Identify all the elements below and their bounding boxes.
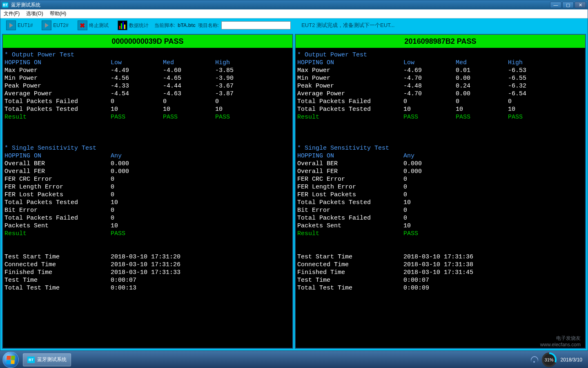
stop-test-button[interactable]: ✖ 终止测试: [74, 20, 112, 31]
system-tray: 31% 2018/3/10: [530, 352, 586, 367]
battery-percent: 31%: [545, 357, 554, 362]
terminal-left[interactable]: * Output Power TestHOPPING ONLowMedHighM…: [3, 48, 292, 348]
pass-banner-right: 2016098987B2 PASS: [296, 35, 585, 48]
menu-file[interactable]: 文件(F): [4, 10, 20, 17]
project-name-input[interactable]: [221, 21, 291, 29]
windows-logo-icon: [6, 356, 15, 364]
eut1-label: EUT1#: [18, 22, 33, 28]
pane-left: 00000000039D PASS * Output Power TestHOP…: [2, 34, 293, 349]
taskbar-app-label: 蓝牙测试系统: [37, 356, 67, 363]
eut2-label: EUT2#: [53, 22, 68, 28]
wifi-icon[interactable]: [530, 357, 538, 363]
menu-options[interactable]: 选项(O): [26, 10, 43, 17]
project-name-label: 项目名称:: [198, 22, 219, 29]
taskbar-date[interactable]: 2018/3/10: [561, 357, 582, 363]
start-button[interactable]: [2, 352, 19, 368]
current-script-label: 当前脚本:: [154, 22, 175, 29]
eut1-button[interactable]: EUT1#: [3, 20, 36, 31]
taskbar-app-item[interactable]: BT 蓝牙测试系统: [23, 353, 71, 366]
app-icon: BT: [2, 2, 9, 8]
stop-icon: ✖: [78, 20, 87, 30]
stop-test-label: 终止测试: [89, 22, 109, 29]
stats-label: 数据统计: [129, 22, 149, 29]
toolbar: EUT1# EUT2# ✖ 终止测试 数据统计 当前脚本: bTA.btc 项目…: [0, 18, 588, 32]
pass-banner-left: 00000000039D PASS: [3, 35, 292, 48]
window-title: 蓝牙测试系统: [11, 2, 40, 9]
terminal-right[interactable]: * Output Power TestHOPPING ONLowMedHighM…: [296, 48, 585, 348]
maximize-button[interactable]: ▢: [562, 2, 574, 8]
app-window: BT 蓝牙测试系统 — ▢ ✕ 文件(F) 选项(O) 帮助(H) EUT1# …: [0, 0, 588, 351]
app-icon: BT: [27, 357, 35, 363]
play-icon: [42, 20, 51, 30]
status-message: EUT2 测试完成，准备测试下一个EUT...: [301, 22, 394, 29]
current-script-value: bTA.btc: [178, 22, 196, 28]
close-button[interactable]: ✕: [575, 2, 586, 8]
battery-indicator[interactable]: 31%: [542, 352, 557, 367]
eut2-button[interactable]: EUT2#: [38, 20, 71, 31]
pane-right: 2016098987B2 PASS * Output Power TestHOP…: [295, 34, 586, 349]
play-icon: [6, 20, 16, 30]
chart-icon: [118, 20, 127, 30]
stats-button[interactable]: 数据统计: [114, 20, 152, 31]
title-bar[interactable]: BT 蓝牙测试系统 — ▢ ✕: [0, 0, 588, 9]
menu-help[interactable]: 帮助(H): [50, 10, 67, 17]
menu-bar: 文件(F) 选项(O) 帮助(H): [0, 9, 588, 18]
window-controls: — ▢ ✕: [550, 2, 586, 8]
minimize-button[interactable]: —: [550, 2, 561, 8]
results-panes: 00000000039D PASS * Output Power TestHOP…: [0, 32, 588, 350]
taskbar: BT 蓝牙测试系统 31% 2018/3/10: [0, 351, 588, 368]
